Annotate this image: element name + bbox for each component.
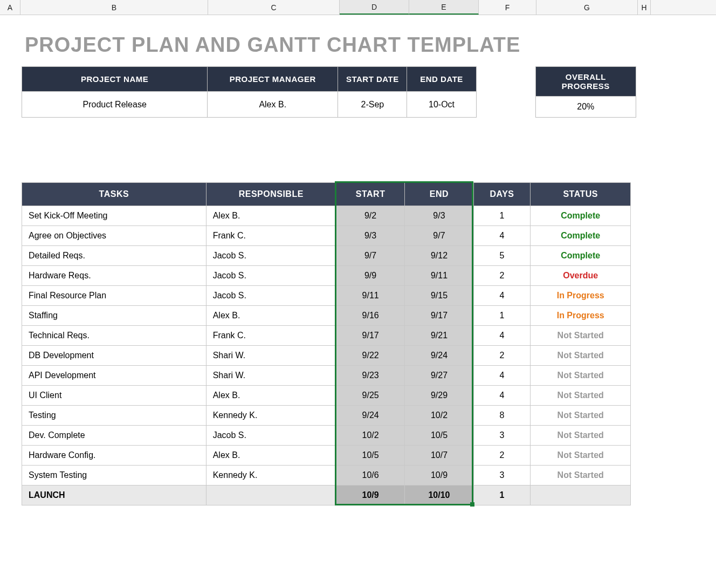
cell-responsible[interactable]: Shari W. [206,366,336,386]
cell-task[interactable]: Hardware Reqs. [22,266,206,286]
table-row[interactable]: API DevelopmentShari W.9/239/274Not Star… [22,366,631,386]
cell-responsible[interactable]: Shari W. [206,346,336,366]
cell-responsible[interactable]: Jacob S. [206,286,336,306]
cell-end[interactable]: 10/10 [405,486,473,505]
cell-task[interactable]: UI Client [22,386,206,406]
cell-start[interactable]: 9/3 [336,226,405,246]
col-header-D[interactable]: D [340,0,409,15]
cell-end[interactable]: 10/9 [405,466,473,486]
cell-end[interactable]: 9/3 [405,206,473,226]
cell-days[interactable]: 2 [473,266,531,286]
cell-start[interactable]: 9/23 [336,366,405,386]
table-row[interactable]: Set Kick-Off MeetingAlex B.9/29/31Comple… [22,206,631,226]
cell-start[interactable]: 9/11 [336,286,405,306]
cell-days[interactable]: 3 [473,466,531,486]
cell-start[interactable]: 9/9 [336,266,405,286]
cell-start[interactable]: 9/2 [336,206,405,226]
cell-task[interactable]: DB Development [22,346,206,366]
cell-start[interactable]: 9/16 [336,306,405,326]
table-row[interactable]: System TestingKennedy K.10/610/93Not Sta… [22,466,631,486]
cell-days[interactable]: 3 [473,426,531,446]
col-header-G[interactable]: G [536,0,638,15]
cell-status[interactable]: Not Started [531,366,631,386]
cell-task[interactable]: LAUNCH [22,486,206,505]
col-header-A[interactable]: A [0,0,20,15]
cell-responsible[interactable]: Jacob S. [206,426,336,446]
cell-task[interactable]: Detailed Reqs. [22,246,206,266]
table-row[interactable]: Hardware Reqs.Jacob S.9/99/112Overdue [22,266,631,286]
cell-start[interactable]: 10/5 [336,446,405,466]
cell-days[interactable]: 4 [473,326,531,346]
cell-task[interactable]: Technical Reqs. [22,326,206,346]
cell-status[interactable]: Not Started [531,386,631,406]
cell-end[interactable]: 9/17 [405,306,473,326]
cell-responsible[interactable]: Frank C. [206,326,336,346]
cell-end[interactable]: 9/27 [405,366,473,386]
col-header-F[interactable]: F [479,0,536,15]
cell-days[interactable]: 4 [473,226,531,246]
summary-value-project-manager[interactable]: Alex B. [208,92,338,118]
cell-days[interactable]: 1 [473,486,531,505]
cell-task[interactable]: Staffing [22,306,206,326]
table-row[interactable]: StaffingAlex B.9/169/171In Progress [22,306,631,326]
cell-status[interactable]: Complete [531,206,631,226]
cell-days[interactable]: 5 [473,246,531,266]
cell-status[interactable]: Not Started [531,406,631,426]
table-row[interactable]: Detailed Reqs.Jacob S.9/79/125Complete [22,246,631,266]
cell-days[interactable]: 8 [473,406,531,426]
cell-status[interactable]: Not Started [531,446,631,466]
cell-responsible[interactable]: Alex B. [206,206,336,226]
cell-end[interactable]: 9/29 [405,386,473,406]
table-row[interactable]: Hardware Config.Alex B.10/510/72Not Star… [22,446,631,466]
column-header-strip[interactable]: A B C D E F G H [0,0,716,15]
spreadsheet-body[interactable]: PROJECT PLAN AND GANTT CHART TEMPLATE PR… [0,15,658,527]
cell-status[interactable]: Not Started [531,426,631,446]
cell-responsible[interactable]: Frank C. [206,226,336,246]
summary-table-main[interactable]: PROJECT NAME PROJECT MANAGER START DATE … [22,66,477,118]
cell-start[interactable]: 9/22 [336,346,405,366]
cell-status[interactable]: Complete [531,226,631,246]
cell-responsible[interactable]: Jacob S. [206,246,336,266]
table-row[interactable]: UI ClientAlex B.9/259/294Not Started [22,386,631,406]
cell-start[interactable]: 9/17 [336,326,405,346]
cell-task[interactable]: API Development [22,366,206,386]
cell-end[interactable]: 10/5 [405,426,473,446]
cell-days[interactable]: 1 [473,306,531,326]
table-row[interactable]: TestingKennedy K.9/2410/28Not Started [22,406,631,426]
cell-days[interactable]: 2 [473,346,531,366]
cell-status[interactable]: In Progress [531,286,631,306]
cell-responsible[interactable]: Alex B. [206,306,336,326]
table-row[interactable]: Final Resource PlanJacob S.9/119/154In P… [22,286,631,306]
table-row[interactable]: Dev. CompleteJacob S.10/210/53Not Starte… [22,426,631,446]
cell-days[interactable]: 4 [473,386,531,406]
cell-days[interactable]: 2 [473,446,531,466]
cell-days[interactable]: 4 [473,286,531,306]
cell-start[interactable]: 9/25 [336,386,405,406]
table-row-launch[interactable]: LAUNCH10/910/101 [22,486,631,505]
cell-task[interactable]: Final Resource Plan [22,286,206,306]
cell-start[interactable]: 10/9 [336,486,405,505]
summary-table-progress[interactable]: OVERALL PROGRESS 20% [535,66,636,118]
summary-value-start-date[interactable]: 2-Sep [338,92,407,118]
cell-status[interactable]: Complete [531,246,631,266]
cell-end[interactable]: 9/24 [405,346,473,366]
cell-task[interactable]: Hardware Config. [22,446,206,466]
cell-responsible[interactable]: Jacob S. [206,266,336,286]
cell-start[interactable]: 9/7 [336,246,405,266]
table-row[interactable]: Technical Reqs.Frank C.9/179/214Not Star… [22,326,631,346]
cell-task[interactable]: System Testing [22,466,206,486]
cell-status[interactable] [531,486,631,505]
table-row[interactable]: Agree on ObjectivesFrank C.9/39/74Comple… [22,226,631,246]
cell-status[interactable]: Not Started [531,326,631,346]
summary-value-overall-progress[interactable]: 20% [535,97,636,118]
cell-start[interactable]: 10/6 [336,466,405,486]
cell-end[interactable]: 9/11 [405,266,473,286]
col-header-H[interactable]: H [638,0,651,15]
summary-value-end-date[interactable]: 10-Oct [407,92,476,118]
cell-responsible[interactable]: Alex B. [206,386,336,406]
cell-days[interactable]: 1 [473,206,531,226]
cell-end[interactable]: 10/7 [405,446,473,466]
col-header-B[interactable]: B [20,0,208,15]
cell-end[interactable]: 10/2 [405,406,473,426]
tasks-table[interactable]: TASKS RESPONSIBLE START END DAYS STATUS … [22,182,631,505]
